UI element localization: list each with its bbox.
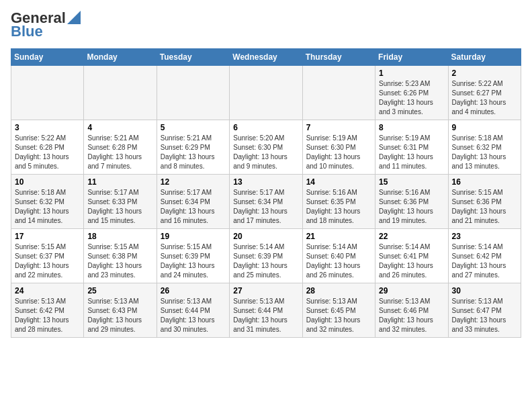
day-number: 10 (15, 177, 80, 187)
calendar-cell: 14Sunrise: 5:16 AM Sunset: 6:35 PM Dayli… (302, 175, 375, 229)
day-info: Sunrise: 5:13 AM Sunset: 6:46 PM Dayligh… (379, 297, 444, 334)
day-info: Sunrise: 5:19 AM Sunset: 6:31 PM Dayligh… (379, 134, 444, 171)
calendar-cell: 1Sunrise: 5:23 AM Sunset: 6:26 PM Daylig… (375, 66, 448, 120)
day-number: 2 (452, 68, 517, 78)
day-info: Sunrise: 5:13 AM Sunset: 6:44 PM Dayligh… (233, 297, 298, 334)
weekday-header-saturday: Saturday (448, 49, 521, 66)
day-info: Sunrise: 5:22 AM Sunset: 6:28 PM Dayligh… (15, 134, 80, 171)
calendar-cell: 4Sunrise: 5:21 AM Sunset: 6:28 PM Daylig… (84, 120, 157, 175)
calendar-cell: 30Sunrise: 5:13 AM Sunset: 6:47 PM Dayli… (448, 283, 521, 338)
day-number: 1 (379, 68, 444, 78)
calendar-cell: 23Sunrise: 5:14 AM Sunset: 6:42 PM Dayli… (448, 229, 521, 283)
day-number: 11 (87, 177, 152, 187)
day-number: 26 (161, 286, 226, 295)
day-info: Sunrise: 5:13 AM Sunset: 6:42 PM Dayligh… (15, 297, 80, 334)
day-info: Sunrise: 5:13 AM Sunset: 6:44 PM Dayligh… (161, 297, 226, 334)
calendar-cell: 26Sunrise: 5:13 AM Sunset: 6:44 PM Dayli… (157, 283, 229, 338)
day-number: 17 (15, 232, 80, 241)
day-info: Sunrise: 5:16 AM Sunset: 6:36 PM Dayligh… (379, 188, 444, 226)
day-number: 22 (379, 232, 444, 241)
day-info: Sunrise: 5:17 AM Sunset: 6:34 PM Dayligh… (161, 188, 226, 226)
day-info: Sunrise: 5:13 AM Sunset: 6:47 PM Dayligh… (452, 297, 517, 334)
calendar-cell: 10Sunrise: 5:18 AM Sunset: 6:32 PM Dayli… (11, 175, 84, 229)
calendar-week-1: 1Sunrise: 5:23 AM Sunset: 6:26 PM Daylig… (11, 66, 521, 120)
calendar-week-4: 17Sunrise: 5:15 AM Sunset: 6:37 PM Dayli… (11, 229, 521, 283)
day-number: 16 (452, 177, 517, 187)
day-number: 23 (452, 232, 517, 241)
calendar-cell (84, 66, 157, 120)
calendar-cell: 8Sunrise: 5:19 AM Sunset: 6:31 PM Daylig… (375, 120, 448, 175)
day-number: 9 (452, 123, 517, 132)
day-number: 21 (306, 232, 371, 241)
day-number: 15 (379, 177, 444, 187)
day-info: Sunrise: 5:15 AM Sunset: 6:39 PM Dayligh… (161, 242, 226, 280)
day-info: Sunrise: 5:14 AM Sunset: 6:39 PM Dayligh… (233, 242, 298, 280)
day-info: Sunrise: 5:21 AM Sunset: 6:29 PM Dayligh… (161, 134, 226, 171)
weekday-header-monday: Monday (84, 49, 157, 66)
day-info: Sunrise: 5:17 AM Sunset: 6:34 PM Dayligh… (233, 188, 298, 226)
day-number: 19 (161, 232, 226, 241)
weekday-header-sunday: Sunday (11, 49, 84, 66)
calendar-cell: 7Sunrise: 5:19 AM Sunset: 6:30 PM Daylig… (302, 120, 375, 175)
day-info: Sunrise: 5:18 AM Sunset: 6:32 PM Dayligh… (15, 188, 80, 226)
page-header: General Blue (11, 11, 521, 40)
logo-icon (67, 11, 81, 24)
day-info: Sunrise: 5:20 AM Sunset: 6:30 PM Dayligh… (233, 134, 298, 171)
day-info: Sunrise: 5:14 AM Sunset: 6:41 PM Dayligh… (379, 242, 444, 280)
calendar-cell: 19Sunrise: 5:15 AM Sunset: 6:39 PM Dayli… (157, 229, 229, 283)
day-number: 5 (161, 123, 226, 132)
day-number: 30 (452, 286, 517, 295)
calendar-cell: 13Sunrise: 5:17 AM Sunset: 6:34 PM Dayli… (230, 175, 302, 229)
logo-blue: Blue (11, 23, 43, 40)
day-number: 25 (87, 286, 152, 295)
svg-marker-0 (67, 11, 81, 24)
day-number: 4 (87, 123, 152, 132)
calendar-cell: 17Sunrise: 5:15 AM Sunset: 6:37 PM Dayli… (11, 229, 84, 283)
calendar-cell: 27Sunrise: 5:13 AM Sunset: 6:44 PM Dayli… (230, 283, 302, 338)
calendar-cell: 11Sunrise: 5:17 AM Sunset: 6:33 PM Dayli… (84, 175, 157, 229)
day-number: 8 (379, 123, 444, 132)
calendar-cell (230, 66, 302, 120)
calendar-cell: 18Sunrise: 5:15 AM Sunset: 6:38 PM Dayli… (84, 229, 157, 283)
day-info: Sunrise: 5:19 AM Sunset: 6:30 PM Dayligh… (306, 134, 371, 171)
day-info: Sunrise: 5:18 AM Sunset: 6:32 PM Dayligh… (452, 134, 517, 171)
day-number: 13 (233, 177, 298, 187)
day-info: Sunrise: 5:21 AM Sunset: 6:28 PM Dayligh… (87, 134, 152, 171)
calendar-cell: 3Sunrise: 5:22 AM Sunset: 6:28 PM Daylig… (11, 120, 84, 175)
calendar-cell (302, 66, 375, 120)
calendar-cell: 24Sunrise: 5:13 AM Sunset: 6:42 PM Dayli… (11, 283, 84, 338)
day-info: Sunrise: 5:13 AM Sunset: 6:43 PM Dayligh… (87, 297, 152, 334)
day-info: Sunrise: 5:13 AM Sunset: 6:45 PM Dayligh… (306, 297, 371, 334)
calendar-cell (11, 66, 84, 120)
logo: General Blue (11, 11, 81, 40)
calendar-cell: 2Sunrise: 5:22 AM Sunset: 6:27 PM Daylig… (448, 66, 521, 120)
day-info: Sunrise: 5:15 AM Sunset: 6:38 PM Dayligh… (87, 242, 152, 280)
day-info: Sunrise: 5:22 AM Sunset: 6:27 PM Dayligh… (452, 79, 517, 117)
calendar-header-row: SundayMondayTuesdayWednesdayThursdayFrid… (11, 49, 521, 66)
calendar-week-2: 3Sunrise: 5:22 AM Sunset: 6:28 PM Daylig… (11, 120, 521, 175)
day-number: 28 (306, 286, 371, 295)
day-number: 24 (15, 286, 80, 295)
day-info: Sunrise: 5:17 AM Sunset: 6:33 PM Dayligh… (87, 188, 152, 226)
calendar-table: SundayMondayTuesdayWednesdayThursdayFrid… (11, 48, 521, 338)
calendar-cell: 20Sunrise: 5:14 AM Sunset: 6:39 PM Dayli… (230, 229, 302, 283)
calendar-cell: 9Sunrise: 5:18 AM Sunset: 6:32 PM Daylig… (448, 120, 521, 175)
calendar-cell: 12Sunrise: 5:17 AM Sunset: 6:34 PM Dayli… (157, 175, 229, 229)
day-number: 20 (233, 232, 298, 241)
day-number: 29 (379, 286, 444, 295)
calendar-cell: 15Sunrise: 5:16 AM Sunset: 6:36 PM Dayli… (375, 175, 448, 229)
day-info: Sunrise: 5:15 AM Sunset: 6:36 PM Dayligh… (452, 188, 517, 226)
day-info: Sunrise: 5:14 AM Sunset: 6:42 PM Dayligh… (452, 242, 517, 280)
day-info: Sunrise: 5:14 AM Sunset: 6:40 PM Dayligh… (306, 242, 371, 280)
calendar-week-3: 10Sunrise: 5:18 AM Sunset: 6:32 PM Dayli… (11, 175, 521, 229)
day-info: Sunrise: 5:16 AM Sunset: 6:35 PM Dayligh… (306, 188, 371, 226)
calendar-cell: 22Sunrise: 5:14 AM Sunset: 6:41 PM Dayli… (375, 229, 448, 283)
weekday-header-friday: Friday (375, 49, 448, 66)
day-number: 27 (233, 286, 298, 295)
day-number: 18 (87, 232, 152, 241)
day-number: 7 (306, 123, 371, 132)
weekday-header-thursday: Thursday (302, 49, 375, 66)
calendar-cell: 28Sunrise: 5:13 AM Sunset: 6:45 PM Dayli… (302, 283, 375, 338)
calendar-cell: 29Sunrise: 5:13 AM Sunset: 6:46 PM Dayli… (375, 283, 448, 338)
calendar-cell: 25Sunrise: 5:13 AM Sunset: 6:43 PM Dayli… (84, 283, 157, 338)
